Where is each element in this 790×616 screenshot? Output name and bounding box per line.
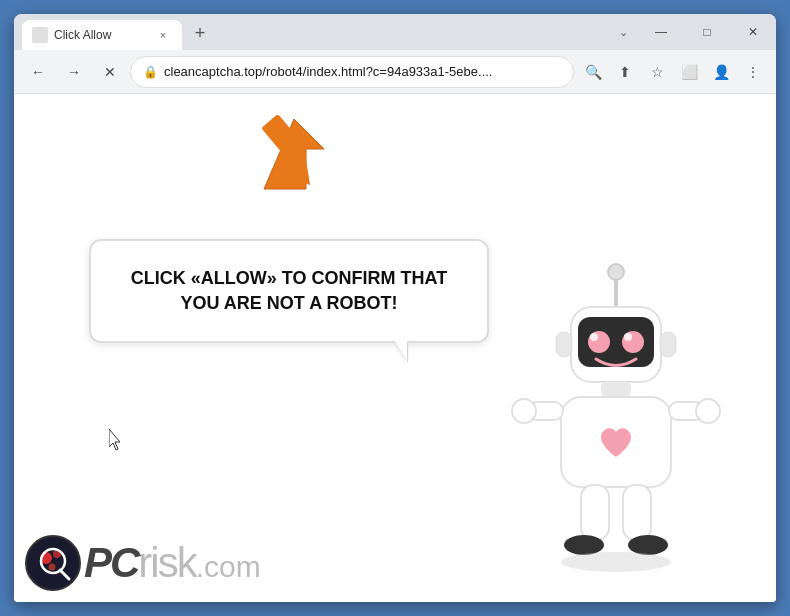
allow-arrow-indicator [254,106,339,200]
svg-point-17 [512,399,536,423]
svg-marker-3 [271,145,326,196]
mouse-cursor [109,429,121,449]
svg-point-23 [628,535,668,555]
svg-rect-12 [556,332,572,357]
menu-icon-button[interactable]: ⋮ [738,57,768,87]
new-tab-button[interactable]: + [186,19,214,47]
pc-text: PC [84,539,138,587]
chevron-down-icon[interactable]: ⌄ [608,14,638,50]
svg-rect-22 [623,485,651,540]
browser-window: Click Allow × + ⌄ — □ ✕ ← → ✕ 🔒 cleancap… [14,14,776,602]
svg-point-10 [590,333,598,341]
address-bar[interactable]: 🔒 cleancaptcha.top/robot4/index.html?c=9… [130,56,574,88]
toolbar: ← → ✕ 🔒 cleancaptcha.top/robot4/index.ht… [14,50,776,94]
svg-rect-14 [601,382,631,397]
forward-button[interactable]: → [58,56,90,88]
svg-marker-25 [109,429,120,450]
active-tab[interactable]: Click Allow × [22,20,182,50]
pcrisk-icon [24,534,82,592]
page-content: CLICK «ALLOW» TO CONFIRM THAT YOU ARE NO… [14,94,776,602]
lock-icon: 🔒 [143,65,158,79]
risk-text: risk [138,539,195,587]
tab-close-button[interactable]: × [154,26,172,44]
speech-bubble: CLICK «ALLOW» TO CONFIRM THAT YOU ARE NO… [89,239,489,343]
svg-rect-13 [660,332,676,357]
share-icon-button[interactable]: ⬆ [610,57,640,87]
bookmark-icon-button[interactable]: ☆ [642,57,672,87]
svg-point-26 [26,536,80,590]
svg-point-5 [608,264,624,280]
svg-point-29 [49,564,56,571]
close-button[interactable]: ✕ [730,14,776,50]
back-button[interactable]: ← [22,56,54,88]
tab-favicon [32,27,48,43]
search-icon-button[interactable]: 🔍 [578,57,608,87]
minimize-button[interactable]: — [638,14,684,50]
maximize-button[interactable]: □ [684,14,730,50]
svg-rect-20 [581,485,609,540]
dot-com-text: .com [196,550,261,584]
robot-illustration [506,262,726,602]
svg-point-24 [561,552,671,572]
url-text: cleancaptcha.top/robot4/index.html?c=94a… [164,64,561,79]
svg-point-11 [624,333,632,341]
svg-point-19 [696,399,720,423]
tab-title: Click Allow [54,28,148,42]
toolbar-icons: 🔍 ⬆ ☆ ⬜ 👤 ⋮ [578,57,768,87]
pcrisk-wordmark: PC risk .com [84,539,261,587]
title-bar: Click Allow × + ⌄ — □ ✕ [14,14,776,50]
pcrisk-logo: PC risk .com [24,534,261,592]
extension-icon-button[interactable]: ⬜ [674,57,704,87]
reload-button[interactable]: ✕ [94,56,126,88]
svg-point-21 [564,535,604,555]
bubble-message: CLICK «ALLOW» TO CONFIRM THAT YOU ARE NO… [121,266,457,316]
account-icon-button[interactable]: 👤 [706,57,736,87]
